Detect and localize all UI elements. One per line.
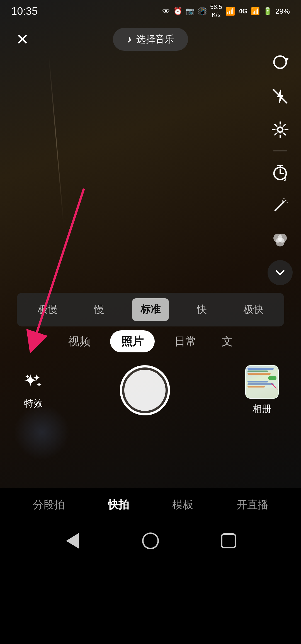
- svg-text:✦: ✦: [36, 381, 42, 388]
- back-icon: [66, 533, 79, 549]
- right-toolbar: 3 ✦ ✦ ✦ ✦: [268, 50, 293, 285]
- expand-button[interactable]: [268, 260, 293, 285]
- speed-item-very-slow[interactable]: 极慢: [29, 298, 66, 321]
- vibrate-icon: 📳: [198, 7, 207, 16]
- status-icons: 👁 ⏰ 📷 📳 58.5K/s 📶 4G 📶 🔋 29%: [162, 3, 290, 19]
- home-icon: [142, 532, 159, 549]
- speed-item-fast[interactable]: 快: [188, 298, 215, 321]
- shutter-inner: [124, 370, 166, 411]
- signal-icon: 📶: [251, 7, 260, 16]
- album-preview: [245, 365, 279, 399]
- nav-item-quick[interactable]: 快拍: [99, 495, 137, 515]
- effects-label: 特效: [24, 397, 43, 410]
- gear-icon: [271, 121, 289, 139]
- mode-selector: 视频 照片 日常 文: [0, 325, 301, 358]
- system-nav-bar: [0, 521, 301, 560]
- camera-status-icon: 📷: [186, 7, 195, 16]
- battery-percent: 29%: [275, 7, 290, 16]
- album-button[interactable]: 相册: [245, 365, 279, 415]
- svg-point-17: [276, 238, 285, 246]
- speed-item-slow[interactable]: 慢: [86, 298, 113, 321]
- shutter-button[interactable]: [120, 365, 170, 415]
- mode-video[interactable]: 视频: [63, 330, 96, 352]
- network-speed: 58.5K/s: [210, 3, 222, 19]
- network-type: 4G: [239, 7, 247, 15]
- svg-text:✦: ✦: [25, 374, 30, 380]
- timer-icon: 3: [271, 163, 289, 181]
- status-bar: 10:35 👁 ⏰ 📷 📳 58.5K/s 📶 4G 📶 🔋 29%: [0, 0, 301, 22]
- no-flash-icon: [271, 87, 289, 105]
- music-select-button[interactable]: ♪ 选择音乐: [113, 28, 188, 51]
- music-note-icon: ♪: [127, 33, 132, 45]
- color-button[interactable]: [268, 227, 293, 252]
- eye-icon: 👁: [162, 7, 170, 16]
- svg-text:✦: ✦: [286, 202, 288, 204]
- svg-text:✦: ✦: [283, 197, 285, 200]
- nav-item-template[interactable]: 模板: [164, 495, 202, 515]
- back-button[interactable]: [63, 531, 82, 551]
- toolbar-divider: [273, 151, 287, 151]
- color-circles-icon: [271, 230, 289, 248]
- battery-icon: 🔋: [263, 7, 272, 16]
- bottom-controls: ✦ ✦ ✦ ✦ 特效: [0, 357, 301, 424]
- nav-item-live[interactable]: 开直播: [228, 495, 277, 515]
- close-button[interactable]: ✕: [11, 28, 33, 50]
- wifi-icon: 📶: [225, 7, 235, 16]
- music-label: 选择音乐: [136, 33, 174, 46]
- nav-item-segment[interactable]: 分段拍: [25, 495, 73, 515]
- top-controls: ✕ ♪ 选择音乐: [0, 22, 301, 56]
- mode-text[interactable]: 文: [216, 330, 238, 352]
- magic-wand-button[interactable]: ✦ ✦ ✦ ✦: [268, 193, 293, 218]
- speed-item-normal[interactable]: 标准: [132, 298, 169, 321]
- recents-button[interactable]: [219, 531, 238, 551]
- chevron-down-icon: [273, 266, 287, 280]
- mode-daily[interactable]: 日常: [169, 330, 202, 352]
- effects-button[interactable]: ✦ ✦ ✦ ✦ 特效: [22, 371, 45, 410]
- speed-selector: 极慢 慢 标准 快 极快: [17, 293, 284, 326]
- alarm-icon: ⏰: [173, 7, 182, 16]
- mode-photo[interactable]: 照片: [110, 330, 155, 352]
- home-button[interactable]: [141, 531, 160, 551]
- speed-item-very-fast[interactable]: 极快: [235, 298, 272, 321]
- close-icon: ✕: [16, 30, 29, 49]
- timer-button[interactable]: 3: [268, 160, 293, 185]
- album-label: 相册: [253, 403, 271, 415]
- settings-button[interactable]: [268, 117, 293, 142]
- svg-text:3: 3: [283, 176, 286, 181]
- sparkle-icon: ✦ ✦ ✦ ✦: [22, 371, 45, 393]
- magic-wand-icon: ✦ ✦ ✦ ✦: [271, 197, 289, 215]
- recents-icon: [221, 533, 236, 548]
- bottom-navigation: 分段拍 快拍 模板 开直播: [0, 488, 301, 521]
- rotate-button[interactable]: [268, 50, 293, 75]
- rotate-icon: [271, 54, 289, 72]
- flash-button[interactable]: [268, 84, 293, 109]
- status-time: 10:35: [11, 5, 38, 17]
